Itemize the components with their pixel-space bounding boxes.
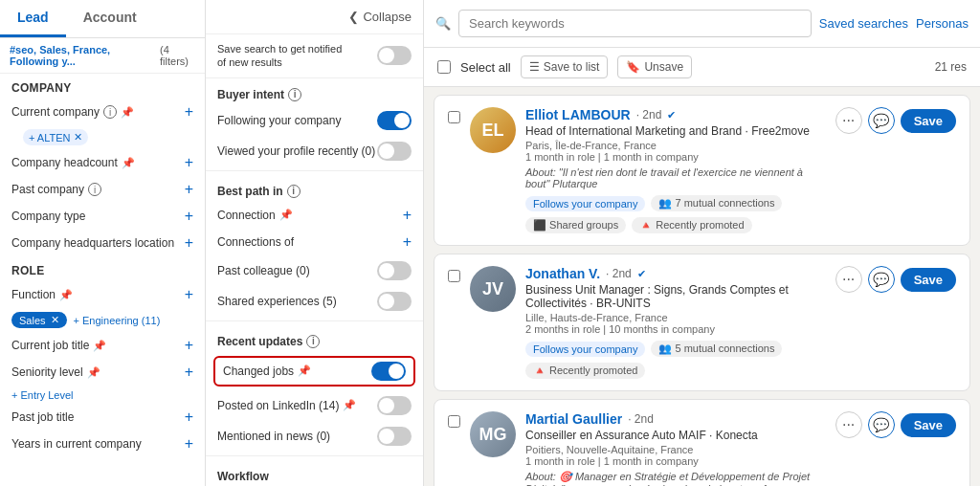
- filter-company-hq[interactable]: Company headquarters location +: [0, 230, 205, 256]
- past-colleague-toggle[interactable]: [377, 261, 412, 280]
- add-company-type[interactable]: +: [185, 208, 193, 225]
- filter-company-headcount[interactable]: Company headcount 📌 +: [0, 149, 205, 176]
- add-engineering-chip[interactable]: + Engineering (11): [74, 315, 161, 326]
- tab-account[interactable]: Account: [66, 0, 154, 37]
- filter-past-job-title[interactable]: Past job title +: [0, 404, 205, 431]
- add-past-job-title[interactable]: +: [185, 409, 193, 426]
- following-company-toggle[interactable]: [377, 111, 412, 130]
- collapse-button[interactable]: ❮ Collapse: [206, 0, 423, 34]
- changed-jobs-label: Changed jobs 📌: [223, 364, 311, 378]
- collapse-label: Collapse: [363, 10, 412, 24]
- unsave-icon: 🔖: [626, 60, 640, 74]
- select-all-checkbox[interactable]: [437, 60, 451, 74]
- add-company-hq[interactable]: +: [185, 234, 193, 252]
- past-colleague-label: Past colleague (0): [217, 264, 310, 277]
- posted-linkedin-toggle[interactable]: [377, 396, 412, 415]
- jonathan-name[interactable]: Jonathan V.: [525, 266, 600, 281]
- add-connection[interactable]: +: [403, 207, 412, 224]
- martial-content: Martial Gaullier · 2nd Conseiller en Ass…: [525, 411, 826, 486]
- following-company-row: Following your company: [206, 105, 423, 136]
- filter-past-company[interactable]: Past company i +: [0, 176, 205, 203]
- shared-experiences-row: Shared experiences (5): [206, 286, 423, 317]
- add-seniority[interactable]: +: [185, 364, 193, 381]
- jonathan-degree: · 2nd: [606, 267, 632, 280]
- martial-about: About: 🎯 Manager en Stratégie et Dévelop…: [525, 471, 826, 486]
- jonathan-promoted-tag: 🔺 Recently promoted: [525, 363, 645, 379]
- elliot-tenure: 1 month in role | 1 month in company: [525, 151, 826, 163]
- function-chips-row: Sales ✕ + Engineering (11): [0, 308, 205, 332]
- jonathan-title: Business Unit Manager : Signs, Grands Co…: [525, 283, 826, 310]
- jonathan-more-button[interactable]: ···: [835, 266, 862, 293]
- changed-jobs-toggle[interactable]: [371, 362, 406, 381]
- filter-current-company[interactable]: Current company i 📌 +: [0, 99, 205, 125]
- elliot-more-button[interactable]: ···: [835, 107, 862, 134]
- elliot-about: About: "Il n'est rien dont le travail et…: [525, 166, 826, 189]
- shared-experiences-label: Shared experiences (5): [217, 295, 337, 308]
- add-years-in-company[interactable]: +: [185, 435, 193, 453]
- jonathan-verified-icon: ✔: [637, 268, 646, 280]
- left-panel: Lead Account #seo, Sales, France, Follow…: [0, 0, 206, 486]
- elliot-verified-icon: ✔: [667, 109, 676, 122]
- save-search-toggle[interactable]: [377, 46, 412, 65]
- martial-name[interactable]: Martial Gaullier: [525, 411, 622, 427]
- filter-company-type[interactable]: Company type +: [0, 203, 205, 230]
- pin-icon-posted: 📌: [343, 399, 356, 411]
- shared-experiences-toggle[interactable]: [377, 292, 412, 311]
- connection-row[interactable]: Connection 📌 +: [206, 202, 423, 229]
- pin-icon-changed-jobs: 📌: [298, 364, 311, 377]
- martial-location: Poitiers, Nouvelle-Aquitaine, France: [525, 444, 826, 455]
- elliot-name[interactable]: Elliot LAMBOUR: [525, 107, 631, 122]
- filter-current-job-title[interactable]: Current job title 📌 +: [0, 332, 205, 359]
- jonathan-tenure: 2 months in role | 10 months in company: [525, 323, 826, 335]
- tab-lead[interactable]: Lead: [0, 0, 66, 37]
- jonathan-message-button[interactable]: 💬: [868, 266, 895, 293]
- add-headcount[interactable]: +: [185, 154, 193, 171]
- elliot-avatar: EL: [470, 107, 516, 153]
- jonathan-mutual-tag: 👥 5 mutual connections: [651, 341, 782, 357]
- add-entry-level[interactable]: + Entry Level: [11, 389, 74, 401]
- martial-actions: ··· 💬 Save: [835, 411, 956, 438]
- save-to-list-icon: ☰: [529, 60, 540, 74]
- save-to-list-button[interactable]: ☰ Save to list: [521, 55, 609, 78]
- filter-function[interactable]: Function 📌 +: [0, 281, 205, 308]
- filter-seniority-level[interactable]: Seniority level 📌 +: [0, 359, 205, 386]
- jonathan-checkbox[interactable]: [448, 270, 460, 282]
- unsave-button[interactable]: 🔖 Unsave: [617, 55, 692, 78]
- filter-tag-text: #seo, Sales, France, Following y...: [10, 44, 156, 67]
- pin-icon: 📌: [121, 106, 134, 119]
- select-all-label[interactable]: Select all: [460, 60, 511, 75]
- add-current-job-title[interactable]: +: [185, 337, 193, 354]
- save-to-list-label: Save to list: [544, 60, 600, 74]
- elliot-message-button[interactable]: 💬: [868, 107, 895, 134]
- unsave-label: Unsave: [644, 60, 683, 74]
- info-icon: i: [103, 105, 117, 119]
- elliot-save-button[interactable]: Save: [901, 109, 956, 133]
- martial-save-button[interactable]: Save: [901, 413, 956, 437]
- martial-more-button[interactable]: ···: [835, 411, 862, 438]
- sales-chip[interactable]: Sales ✕: [11, 312, 67, 328]
- connections-of-row[interactable]: Connections of +: [206, 229, 423, 255]
- add-connections-of[interactable]: +: [403, 233, 412, 251]
- elliot-mutual-tag: 👥 7 mutual connections: [651, 195, 782, 211]
- saved-searches-button[interactable]: Saved searches: [819, 16, 908, 31]
- jonathan-actions: ··· 💬 Save: [835, 266, 956, 293]
- elliot-shared-groups-tag: ⬛ Shared groups: [525, 217, 626, 233]
- martial-checkbox[interactable]: [448, 415, 460, 428]
- connection-label: Connection 📌: [217, 209, 293, 222]
- jonathan-save-button[interactable]: Save: [901, 268, 956, 292]
- add-function[interactable]: +: [185, 286, 193, 303]
- filter-years-in-company[interactable]: Years in current company +: [0, 431, 205, 457]
- jonathan-avatar: JV: [470, 266, 516, 312]
- personas-button[interactable]: Personas: [916, 16, 969, 31]
- posted-linkedin-row: Posted on LinkedIn (14) 📌: [206, 390, 423, 421]
- martial-message-button[interactable]: 💬: [868, 411, 895, 438]
- elliot-checkbox[interactable]: [448, 111, 460, 123]
- remove-sales-chip[interactable]: ✕: [51, 314, 59, 326]
- viewed-profile-toggle[interactable]: [377, 142, 412, 161]
- add-current-company[interactable]: +: [185, 103, 193, 121]
- add-past-company[interactable]: +: [185, 181, 193, 198]
- jonathan-follows-tag: Follows your company: [525, 342, 645, 357]
- search-input[interactable]: [458, 10, 812, 37]
- alten-tag[interactable]: + ALTEN ✕: [23, 129, 88, 145]
- mentioned-in-news-toggle[interactable]: [377, 427, 412, 446]
